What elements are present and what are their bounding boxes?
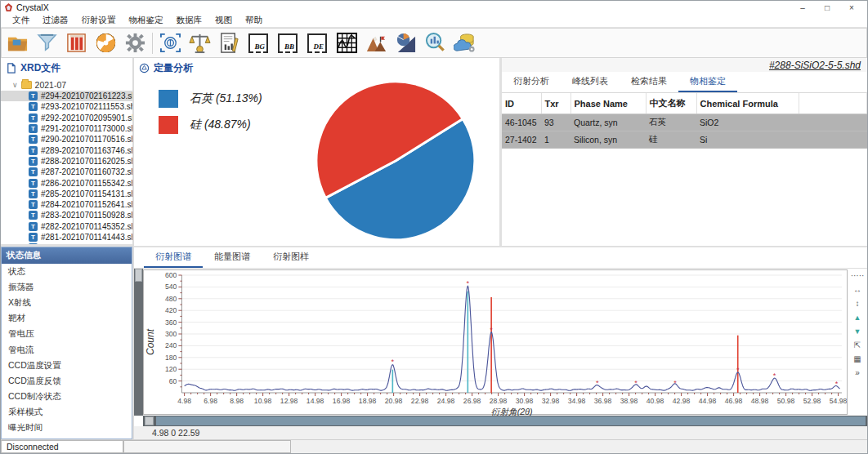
xray-source-icon[interactable]: [93, 31, 118, 56]
status-item: 曝光时间: [2, 421, 132, 436]
file-row[interactable]: T#292-20210702095901.shd13:09: [1, 113, 132, 123]
close-button[interactable]: ×: [839, 2, 864, 14]
file-row[interactable]: T#286-20210701155342.shd13:09: [1, 177, 132, 188]
file-row[interactable]: T#287-20210701160732.shd13:09: [1, 167, 132, 177]
file-row[interactable]: T#282-20210701145352.shd13:09: [1, 221, 132, 232]
diffraction-plot[interactable]: 601201802403003604204805406004.986.988.9…: [157, 270, 847, 419]
left-column: XRD文件 ∨ 2021-07 T#294-20210702161223.shd…: [1, 58, 134, 439]
fingerprint-identify-icon[interactable]: [158, 31, 182, 56]
tab-衍射图样[interactable]: 衍射图样: [262, 247, 320, 268]
pan-up-icon[interactable]: ▲: [854, 314, 861, 322]
file-row[interactable]: T#290-20210701170516.shd13:09: [1, 134, 132, 145]
column-header[interactable]: ID: [502, 93, 541, 114]
chart-box: Count 601201802403003604204805406004.986…: [143, 269, 848, 415]
file-tree: ∨ 2021-07 T#294-20210702161223.shd13:09T…: [1, 78, 132, 244]
menu-item-3[interactable]: 衍射设置: [75, 15, 123, 26]
column-header[interactable]: 中文名称: [646, 93, 696, 114]
tab-能量图谱[interactable]: 能量图谱: [203, 247, 262, 268]
tab-衍射图谱[interactable]: 衍射图谱: [144, 247, 203, 268]
mask-bb-icon[interactable]: BB: [275, 31, 300, 56]
tab-检索结果[interactable]: 检索结果: [620, 72, 678, 92]
svg-text:30.98: 30.98: [516, 397, 534, 405]
shd-file-icon: T: [29, 200, 38, 209]
file-row[interactable]: T#283-20210701150928.shd13:09: [1, 210, 132, 220]
status-item: 振荡器: [2, 279, 132, 295]
file-name: #294-20210702161223.shd: [41, 91, 132, 100]
chart-side-toolbar: ·····↔↕▲▼⇱▦»: [848, 269, 867, 416]
open-file-icon[interactable]: [5, 31, 29, 56]
column-header[interactable]: Chemical Formula: [696, 93, 799, 114]
file-row[interactable]: T#284-20210701152641.shd13:09: [1, 199, 132, 210]
file-name: #281-20210701141443.shd: [41, 233, 132, 242]
menu-item-2[interactable]: 过滤器: [36, 15, 75, 26]
svg-text:28.98: 28.98: [490, 397, 508, 405]
file-row[interactable]: T#288-20210701162025.shd13:09: [1, 156, 132, 167]
tab-物相鉴定[interactable]: 物相鉴定: [678, 72, 737, 92]
svg-text:*: *: [490, 326, 493, 334]
settings-gear-icon[interactable]: [123, 31, 147, 56]
quantify-balance-icon[interactable]: [187, 31, 212, 56]
file-name: #293-20210702111553.shd: [41, 102, 132, 111]
tab-衍射分析[interactable]: 衍射分析: [502, 72, 561, 92]
file-row[interactable]: T#293-20210702111553.shd13:09: [1, 101, 132, 112]
zoom-vertical-icon[interactable]: ↕: [856, 300, 860, 308]
table-row[interactable]: 27-14021Silicon, syn硅Si: [502, 131, 867, 149]
menu-item-7[interactable]: 帮助: [239, 15, 269, 26]
file-name: #280-20210701140616.shd: [41, 243, 132, 244]
mask-bg-icon[interactable]: BG: [246, 31, 271, 56]
menu-item-5[interactable]: 数据库: [170, 15, 209, 26]
status-info-header: 状态信息: [2, 247, 132, 264]
horizontal-scrollbar-range[interactable]: [156, 416, 866, 425]
database-cloud-icon[interactable]: [452, 31, 477, 56]
data-table-icon[interactable]: ▦: [853, 355, 861, 363]
horizontal-scrollbar-handle[interactable]: [145, 416, 154, 425]
table-cell: 93: [541, 114, 570, 131]
file-row[interactable]: T#291-20210701173000.shd13:09: [1, 123, 132, 134]
table-row[interactable]: 46-104593Quartz, syn石英SiO2: [502, 114, 867, 131]
phase-chart-icon[interactable]: [393, 31, 418, 56]
fullscreen-icon[interactable]: ⇱: [854, 341, 861, 349]
file-row[interactable]: T#285-20210701154131.shd13:09: [1, 189, 132, 199]
menu-item-4[interactable]: 物相鉴定: [123, 15, 170, 26]
menu-item-6[interactable]: 视图: [208, 15, 239, 26]
status-item-list: 状态振荡器X射线靶材管电压管电流CCD温度设置CCD温度反馈CCD制冷状态采样模…: [2, 264, 132, 439]
menu-item-1[interactable]: 文件: [6, 15, 36, 26]
pan-down-icon[interactable]: ▼: [854, 327, 861, 336]
file-row[interactable]: T#289-20210701163746.shd13:09: [1, 145, 132, 155]
y-axis-title: Count: [144, 270, 157, 414]
svg-text:*: *: [596, 379, 599, 387]
samples-icon[interactable]: [64, 31, 88, 56]
grid-pattern-icon[interactable]: [334, 31, 359, 56]
file-name: #288-20210701162025.shd: [41, 157, 132, 166]
minimize-button[interactable]: –: [790, 2, 815, 14]
collapse-icon[interactable]: »: [855, 369, 860, 377]
file-row[interactable]: T#294-20210702161223.shd13:09: [1, 91, 132, 101]
status-item: 靶材: [2, 311, 132, 327]
quant-body: 石英 (51.13%)硅 (48.87%): [134, 78, 499, 246]
peak-search-icon[interactable]: [364, 31, 388, 56]
folder-row[interactable]: ∨ 2021-07: [1, 79, 132, 91]
vertical-scrollbar[interactable]: [134, 269, 143, 416]
filter-icon[interactable]: [34, 31, 59, 56]
folder-label: 2021-07: [35, 80, 67, 90]
horizontal-scrollbar[interactable]: [143, 416, 867, 426]
shd-file-icon: T: [29, 233, 38, 242]
toolbar: BGBBDE: [1, 28, 867, 58]
status-bar: Disconnected: [1, 439, 867, 453]
maximize-button[interactable]: □: [815, 2, 839, 14]
svg-text:*: *: [634, 379, 638, 387]
report-icon[interactable]: [217, 31, 241, 56]
table-cell: Si: [696, 131, 799, 149]
zoom-horizontal-icon[interactable]: ↔: [853, 286, 861, 294]
column-header[interactable]: Txr: [541, 93, 570, 114]
chart-row: Count 601201802403003604204805406004.986…: [134, 269, 867, 416]
mask-de-icon[interactable]: DE: [305, 31, 329, 56]
file-name: #291-20210701173000.shd: [41, 124, 132, 133]
file-row[interactable]: T#281-20210701141443.shd13:09: [1, 232, 132, 243]
tab-峰线列表[interactable]: 峰线列表: [561, 72, 620, 92]
file-name: #284-20210701152641.shd: [41, 200, 132, 209]
column-header[interactable]: Phase Name: [570, 93, 646, 114]
search-analyze-icon[interactable]: [423, 31, 447, 56]
file-row[interactable]: T#280-20210701140616.shd13:09: [1, 243, 132, 244]
vertical-scrollbar-handle[interactable]: [135, 269, 142, 282]
